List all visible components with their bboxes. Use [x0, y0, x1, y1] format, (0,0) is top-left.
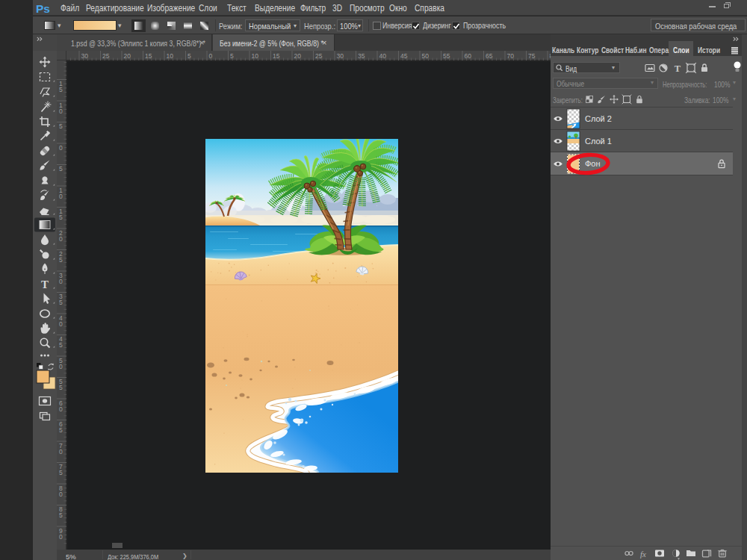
- svg-text:5: 5: [59, 511, 63, 519]
- svg-text:0: 0: [59, 533, 63, 541]
- svg-text:15: 15: [273, 52, 280, 60]
- svg-text:25: 25: [102, 52, 110, 60]
- svg-text:20: 20: [124, 52, 131, 60]
- svg-text:5: 5: [59, 426, 63, 434]
- svg-text:fx: fx: [640, 550, 646, 559]
- svg-text:65: 65: [486, 52, 493, 60]
- svg-text:75: 75: [528, 52, 536, 60]
- svg-text:25: 25: [315, 52, 323, 60]
- svg-text:5: 5: [59, 256, 63, 264]
- svg-text:45: 45: [400, 52, 408, 60]
- svg-text:0: 0: [59, 405, 63, 413]
- svg-text:0: 0: [59, 448, 63, 455]
- svg-text:T: T: [41, 279, 49, 290]
- svg-text:0: 0: [59, 491, 63, 498]
- svg-text:5: 5: [59, 86, 63, 93]
- svg-text:70: 70: [507, 52, 515, 60]
- svg-text:0: 0: [59, 278, 63, 285]
- svg-text:55: 55: [443, 52, 450, 60]
- svg-text:5: 5: [59, 122, 63, 130]
- svg-text:60: 60: [465, 52, 472, 60]
- svg-text:50: 50: [422, 52, 430, 60]
- svg-text:20: 20: [294, 52, 302, 60]
- svg-text:40: 40: [379, 52, 387, 60]
- svg-text:0: 0: [59, 108, 63, 115]
- svg-text:0: 0: [59, 320, 63, 328]
- svg-text:15: 15: [145, 52, 152, 60]
- svg-text:0: 0: [59, 193, 63, 200]
- svg-text:5: 5: [59, 165, 63, 172]
- svg-text:35: 35: [358, 52, 365, 60]
- svg-text:5: 5: [59, 214, 63, 221]
- svg-text:T: T: [675, 63, 681, 74]
- svg-text:10: 10: [252, 52, 259, 60]
- svg-text:0: 0: [59, 144, 63, 152]
- svg-text:10: 10: [167, 52, 174, 60]
- svg-text:5: 5: [59, 299, 63, 306]
- svg-text:30: 30: [81, 52, 89, 60]
- svg-text:0: 0: [59, 235, 63, 243]
- svg-text:30: 30: [337, 52, 344, 60]
- svg-text:5: 5: [230, 52, 234, 60]
- svg-text:5: 5: [59, 341, 63, 349]
- svg-text:0: 0: [59, 363, 63, 370]
- svg-text:5: 5: [59, 469, 63, 476]
- svg-text:5: 5: [187, 52, 191, 60]
- svg-text:0: 0: [209, 52, 213, 60]
- svg-text:5: 5: [59, 384, 63, 391]
